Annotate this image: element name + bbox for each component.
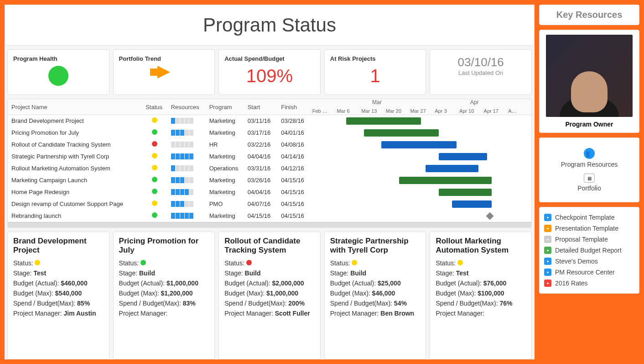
kpi-spend-value: 109% — [224, 66, 315, 86]
status-indicator-icon — [152, 141, 157, 147]
person-icon — [180, 189, 184, 195]
detail-budget_max: Budget (Max): $540,000 — [13, 290, 104, 297]
col-finish[interactable]: Finish — [277, 99, 311, 115]
cell-start: 03/11/16 — [244, 115, 278, 127]
person-icon — [180, 153, 184, 159]
cell-finish: 04/15/16 — [277, 186, 311, 198]
kpi-row: Program Health Portfolio Trend Actual Sp… — [5, 49, 535, 95]
gantt-cell — [311, 198, 531, 210]
gantt-bar[interactable] — [426, 165, 478, 172]
project-detail-card[interactable]: Brand Development ProjectStatus: Stage: … — [7, 232, 109, 360]
cell-finish: 04/15/16 — [277, 210, 311, 222]
detail-title: Brand Development Project — [13, 237, 104, 255]
program-resources-label: Program Resources — [544, 161, 634, 168]
person-icon — [171, 177, 175, 183]
status-indicator-icon — [140, 260, 146, 265]
table-row[interactable]: Home Page RedesignMarketing04/04/1604/15… — [8, 186, 531, 198]
table-row[interactable]: Strategic Partnership with Tyrell CorpMa… — [8, 151, 531, 163]
gantt-bar[interactable] — [399, 177, 492, 184]
table-row[interactable]: Design revamp of Customer Support PagePM… — [8, 198, 531, 210]
project-name: Home Page Redesign — [8, 186, 142, 198]
col-project-name[interactable]: Project Name — [8, 99, 142, 115]
status-indicator-icon — [35, 260, 40, 265]
gantt-cell — [311, 210, 531, 222]
person-icon — [171, 213, 175, 219]
resource-link[interactable]: ▪Presentation Template — [544, 223, 634, 234]
horizontal-scrollbar[interactable] — [8, 222, 531, 227]
person-icon — [185, 130, 189, 136]
gantt-bar[interactable] — [346, 117, 421, 125]
file-icon: ▪ — [544, 258, 551, 265]
project-detail-card[interactable]: Strategic Partnership with Tyrell CorpSt… — [324, 232, 426, 360]
cell-finish: 04/14/16 — [277, 151, 311, 163]
resource-link[interactable]: ▪PM Resource Center — [544, 267, 634, 278]
gantt-cell — [311, 163, 531, 174]
col-start[interactable]: Start — [244, 99, 278, 115]
detail-budget_max: Budget (Max): $1,200,000 — [119, 290, 209, 297]
person-icon — [180, 130, 184, 136]
kpi-spend-label: Actual Spend/Budget — [224, 55, 315, 62]
table-row[interactable]: Rebranding launchMarketing04/15/1604/15/… — [8, 210, 531, 222]
resource-link[interactable]: ▪Proposal Template — [544, 234, 634, 245]
person-icon — [180, 201, 184, 207]
resource-link[interactable]: ▪Detailed Budget Report — [544, 245, 634, 256]
cell-finish: 04/15/16 — [277, 198, 311, 210]
col-status[interactable]: Status — [142, 99, 167, 115]
portfolio-button[interactable]: ▦ Portfolio — [544, 174, 634, 192]
gantt-bar[interactable] — [364, 129, 439, 137]
cell-program: Marketing — [206, 210, 244, 222]
health-indicator-icon — [48, 66, 68, 86]
program-resources-button[interactable]: 👥 Program Resources — [544, 148, 634, 168]
detail-budget_actual: Budget (Actual): $1,000,000 — [119, 280, 209, 287]
status-indicator-icon — [152, 189, 157, 194]
table-row[interactable]: Marketing Campaign LaunchMarketing03/26/… — [8, 174, 531, 186]
table-row[interactable]: Brand Development ProjectMarketing03/11/… — [8, 115, 531, 127]
person-icon — [176, 165, 180, 171]
resource-link[interactable]: ▪2016 Rates — [544, 278, 634, 289]
project-name: Strategic Partnership with Tyrell Corp — [8, 151, 142, 163]
person-icon — [176, 118, 180, 124]
status-indicator-icon — [152, 200, 157, 206]
person-icon — [171, 153, 175, 159]
gantt-bar[interactable] — [439, 189, 492, 196]
person-icon — [185, 118, 189, 124]
detail-title: Rollout Marketing Automation System — [436, 237, 526, 255]
person-icon — [176, 213, 180, 219]
portfolio-icon: ▦ — [584, 174, 595, 183]
person-icon — [180, 177, 184, 183]
program-owner-card[interactable]: Program Owner — [539, 30, 639, 133]
person-icon — [180, 142, 184, 148]
project-detail-card[interactable]: Pricing Promotion for JulyStatus: Stage:… — [113, 232, 215, 360]
gantt-cell — [311, 151, 531, 163]
resource-link[interactable]: ▪Steve's Demos — [544, 256, 634, 267]
cell-start: 04/15/16 — [244, 210, 278, 222]
col-program[interactable]: Program — [206, 99, 244, 115]
gantt-bar[interactable] — [381, 141, 456, 148]
detail-title: Strategic Partnership with Tyrell Corp — [330, 237, 421, 255]
table-row[interactable]: Pricing Promotion for JulyMarketing03/17… — [8, 127, 531, 139]
status-indicator-icon — [152, 165, 157, 170]
project-detail-card[interactable]: Rollout of Candidate Tracking SystemStat… — [218, 232, 321, 360]
resource-link[interactable]: ▪Checkpoint Template — [544, 212, 634, 223]
cell-start: 03/22/16 — [244, 139, 278, 151]
cell-start: 04/04/16 — [244, 186, 278, 198]
person-icon — [180, 165, 184, 171]
file-icon: ▪ — [544, 269, 551, 276]
status-indicator-icon — [352, 260, 357, 265]
col-resources[interactable]: Resources — [167, 99, 206, 115]
detail-pm: Project Manager: — [119, 310, 209, 317]
side-actions-card: 👥 Program Resources ▦ Portfolio — [539, 137, 639, 202]
person-icon — [176, 130, 180, 136]
table-row[interactable]: Rollout of Candidate Tracking SystemHR03… — [8, 139, 531, 151]
project-detail-card[interactable]: Rollout Marketing Automation SystemStatu… — [430, 232, 532, 360]
detail-status: Status: — [330, 259, 421, 267]
detail-pm: Project Manager: — [436, 310, 526, 317]
gantt-bar[interactable] — [452, 200, 492, 208]
link-label: Proposal Template — [555, 236, 608, 243]
page-title-card: Program Status — [5, 5, 535, 46]
milestone-icon[interactable] — [486, 212, 494, 220]
table-row[interactable]: Rollout Marketing Automation SystemOpera… — [8, 163, 531, 174]
person-icon — [189, 130, 193, 136]
file-icon: ▪ — [544, 214, 551, 221]
gantt-bar[interactable] — [439, 153, 487, 160]
